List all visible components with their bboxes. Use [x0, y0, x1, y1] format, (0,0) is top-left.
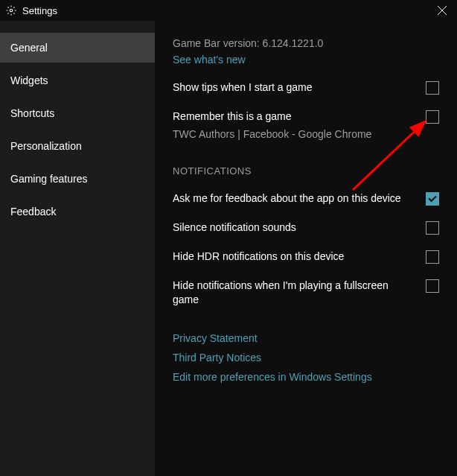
sidebar-item-personalization[interactable]: Personalization — [0, 131, 155, 161]
remember-label: Remember this is a game — [173, 110, 417, 124]
sidebar-item-feedback[interactable]: Feedback — [0, 197, 155, 226]
remember-subtext: TWC Authors | Facebook - Google Chrome — [173, 128, 417, 140]
close-button[interactable] — [433, 1, 451, 19]
sidebar: General Widgets Shortcuts Personalizatio… — [0, 21, 155, 476]
hdr-label: Hide HDR notifications on this device — [173, 250, 426, 264]
sidebar-item-shortcuts[interactable]: Shortcuts — [0, 98, 155, 128]
tips-checkbox[interactable] — [426, 81, 439, 95]
third-party-link[interactable]: Third Party Notices — [173, 352, 439, 364]
main-panel: Game Bar version: 6.124.1221.0 See what'… — [155, 21, 457, 476]
fullscreen-checkbox[interactable] — [426, 279, 439, 293]
silence-checkbox[interactable] — [426, 221, 439, 235]
settings-gear-icon — [6, 5, 16, 16]
hdr-checkbox[interactable] — [426, 250, 439, 264]
remember-checkbox[interactable] — [426, 110, 439, 124]
settings-title: Settings — [22, 5, 433, 16]
feedback-checkbox[interactable] — [426, 192, 439, 206]
tips-label: Show tips when I start a game — [173, 80, 426, 95]
header: Settings — [0, 0, 457, 21]
sidebar-item-general[interactable]: General — [0, 33, 155, 63]
sidebar-item-widgets[interactable]: Widgets — [0, 66, 155, 95]
fullscreen-label: Hide notifications when I'm playing a fu… — [173, 279, 426, 307]
close-icon — [438, 6, 447, 15]
sidebar-item-gaming-features[interactable]: Gaming features — [0, 164, 155, 194]
feedback-label: Ask me for feedback about the app on thi… — [173, 191, 426, 206]
svg-point-0 — [10, 9, 13, 12]
silence-label: Silence notification sounds — [173, 220, 426, 235]
version-text: Game Bar version: 6.124.1221.0 — [173, 37, 439, 49]
edit-prefs-link[interactable]: Edit more preferences in Windows Setting… — [173, 371, 439, 383]
privacy-link[interactable]: Privacy Statement — [173, 332, 439, 344]
notifications-header: NOTIFICATIONS — [173, 165, 439, 177]
whats-new-link[interactable]: See what's new — [173, 54, 439, 66]
